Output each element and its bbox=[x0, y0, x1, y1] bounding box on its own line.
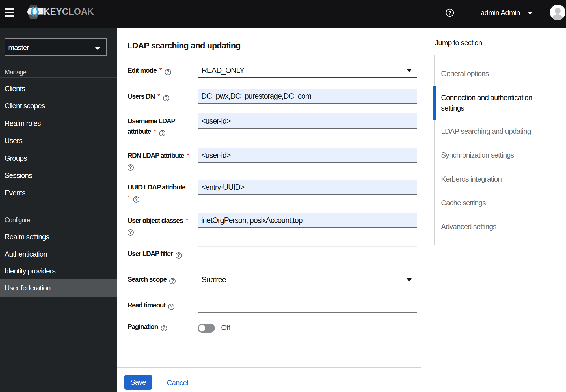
svg-text:KEYCLOAK: KEYCLOAK bbox=[44, 6, 94, 17]
svg-text:?: ? bbox=[448, 10, 451, 16]
